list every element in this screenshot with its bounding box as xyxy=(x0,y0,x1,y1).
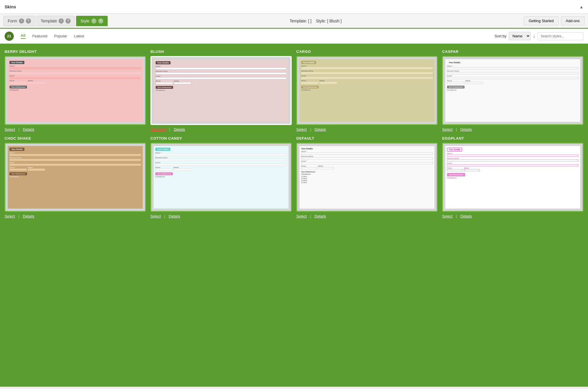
details-eggplant[interactable]: Details xyxy=(461,214,472,218)
sort-label: Sort by xyxy=(495,34,506,38)
style-label: Style: [ Blush ] xyxy=(316,19,342,23)
template-label: Template: [ ] xyxy=(290,19,312,23)
style-item-cargo: CARGO Your Details Name * Business Name … xyxy=(296,49,438,132)
style-actions-eggplant: Select | Details xyxy=(442,214,583,218)
filter-featured[interactable]: Featured xyxy=(32,34,47,38)
sort-area: Sort by Name Date Rating ↓ xyxy=(495,32,583,40)
style-name-eggplant: EGGPLANT xyxy=(442,136,583,140)
select-caspar[interactable]: Select xyxy=(442,127,452,132)
header-buttons: Getting Started Add-ons xyxy=(524,16,585,25)
collapse-arrow[interactable]: ▲ xyxy=(579,5,583,9)
tab-bar: Form ! ? Template ! ? Style ! ? Template… xyxy=(0,14,588,29)
getting-started-button[interactable]: Getting Started xyxy=(524,16,558,25)
sort-direction-icon[interactable]: ↓ xyxy=(533,34,535,39)
style-preview-default: Your Details Name * Business Name Email … xyxy=(296,143,438,212)
sort-select[interactable]: Name Date Rating xyxy=(509,32,531,40)
style-preview-blush: Your Details Name * Business Name Email … xyxy=(150,56,292,125)
tab-template-badge-info: ! xyxy=(59,18,64,24)
tab-form-badge-info: ! xyxy=(19,18,24,24)
style-preview-cotton-candy: Your Details Name * Business Name Email … xyxy=(150,143,292,212)
search-input[interactable] xyxy=(537,32,583,40)
select-eggplant[interactable]: Select xyxy=(442,214,452,218)
style-actions-blush: Selected | Details xyxy=(150,127,292,132)
tab-style-label: Style xyxy=(80,19,89,23)
style-preview-berry-delight: Your Details Name * Business Name Email … xyxy=(5,56,146,125)
details-berry-delight[interactable]: Details xyxy=(23,127,34,132)
style-name-blush: BLUSH xyxy=(150,49,292,54)
tab-template-label: Template xyxy=(41,19,57,23)
style-actions-choc-shake: Select | Details xyxy=(5,214,146,218)
filter-latest[interactable]: Latest xyxy=(74,34,84,38)
style-preview-caspar: Your Details Name * Business Name Email … xyxy=(442,56,583,125)
details-blush[interactable]: Details xyxy=(174,127,185,132)
filter-all[interactable]: All xyxy=(21,33,26,39)
style-preview-eggplant: Your Details Name * Business Name Email … xyxy=(442,143,583,212)
tab-style[interactable]: Style ! ? xyxy=(76,16,107,26)
details-cotton-candy[interactable]: Details xyxy=(169,214,180,218)
style-item-default: DEFAULT Your Details Name * Business Nam… xyxy=(296,136,438,218)
style-actions-cargo: Select | Details xyxy=(296,127,438,132)
style-item-eggplant: EGGPLANT Your Details Name * Business Na… xyxy=(442,136,583,218)
select-blush[interactable]: Selected xyxy=(150,127,166,132)
tab-style-badge-help: ? xyxy=(98,18,103,24)
select-berry-delight[interactable]: Select xyxy=(5,127,15,132)
style-item-berry-delight: BERRY DELIGHT Your Details Name * Busine… xyxy=(5,49,146,132)
select-default[interactable]: Select xyxy=(296,214,307,218)
main-area: BERRY DELIGHT Your Details Name * Busine… xyxy=(0,44,588,387)
style-preview-cargo: Your Details Name * Business Name Email … xyxy=(296,56,438,125)
filter-popular[interactable]: Popular xyxy=(54,34,67,38)
details-choc-shake[interactable]: Details xyxy=(23,214,34,218)
style-actions-default: Select | Details xyxy=(296,214,438,218)
style-item-choc-shake: CHOC SHAKE Your Details Name * Business … xyxy=(5,136,146,218)
add-ons-button[interactable]: Add-ons xyxy=(561,16,585,25)
style-item-cotton-candy: COTTON CANDY Your Details Name * Busines… xyxy=(150,136,292,218)
app-title: Skins xyxy=(5,4,16,9)
details-cargo[interactable]: Details xyxy=(315,127,326,132)
count-badge: 21 xyxy=(5,32,14,41)
select-cargo[interactable]: Select xyxy=(296,127,307,132)
style-item-blush: BLUSH Your Details Name * Business Name … xyxy=(150,49,292,132)
tab-form-label: Form xyxy=(8,19,17,23)
style-name-cargo: CARGO xyxy=(296,49,438,54)
tab-style-badge-info: ! xyxy=(91,18,96,24)
tab-form[interactable]: Form ! ? xyxy=(3,16,35,26)
tab-form-badge-help: ? xyxy=(26,18,31,24)
style-name-choc-shake: CHOC SHAKE xyxy=(5,136,146,140)
style-name-berry-delight: BERRY DELIGHT xyxy=(5,49,146,54)
tab-template[interactable]: Template ! ? xyxy=(36,16,75,26)
title-bar: Skins ▲ xyxy=(0,0,588,14)
style-actions-berry-delight: Select | Details xyxy=(5,127,146,132)
style-actions-caspar: Select | Details xyxy=(442,127,583,132)
details-default[interactable]: Details xyxy=(315,214,326,218)
select-cotton-candy[interactable]: Select xyxy=(150,214,161,218)
style-preview-choc-shake: Your Details Name * Business Name Email … xyxy=(5,143,146,212)
select-choc-shake[interactable]: Select xyxy=(5,214,15,218)
style-item-caspar: CASPAR Your Details Name * Business Name… xyxy=(442,49,583,132)
style-name-caspar: CASPAR xyxy=(442,49,583,54)
filter-bar: 21 All Featured Popular Latest Sort by N… xyxy=(0,29,588,44)
details-caspar[interactable]: Details xyxy=(461,127,472,132)
status-bar: Template: [ ] Style: [ Blush ] xyxy=(109,19,523,23)
style-actions-cotton-candy: Select | Details xyxy=(150,214,292,218)
style-name-default: DEFAULT xyxy=(296,136,438,140)
style-name-cotton-candy: COTTON CANDY xyxy=(150,136,292,140)
tab-template-badge-help: ? xyxy=(65,18,71,24)
style-grid: BERRY DELIGHT Your Details Name * Busine… xyxy=(5,49,583,218)
